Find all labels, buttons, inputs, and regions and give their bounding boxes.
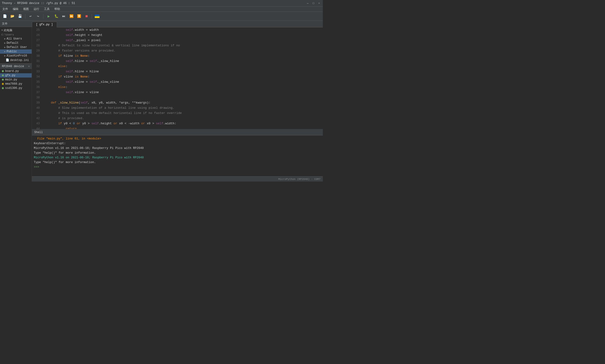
code-line-31: 31 self.hline = self._slow_hline xyxy=(32,59,323,64)
sidebar-item-default[interactable]: ▶ Default xyxy=(0,41,32,45)
menu-run[interactable]: 运行 xyxy=(32,7,41,12)
line-content-29: # faster versions are provided. xyxy=(42,48,323,53)
sidebar-item-all-users[interactable]: ▶ All Users xyxy=(0,37,32,41)
device-file-main[interactable]: main.py xyxy=(0,78,32,82)
file-dot-mma7660 xyxy=(2,83,4,85)
sidebar-computer-root[interactable]: ▼ 此电脑 xyxy=(0,28,32,33)
line-content-28: # Default to slow horizontal & vertical … xyxy=(42,43,323,48)
debug-button[interactable]: 🐛 xyxy=(53,13,60,20)
toolbar-separator-2 xyxy=(43,14,43,19)
sidebar-item-public[interactable]: ▶ Public xyxy=(0,49,32,54)
device-label: RP2040 device xyxy=(2,65,24,68)
line-content-40: # Slow implementation of a horizontal li… xyxy=(42,105,323,111)
menu-help[interactable]: 帮助 xyxy=(53,7,62,12)
step-out-button[interactable]: ⏬ xyxy=(76,13,82,20)
menu-view[interactable]: 视图 xyxy=(22,7,30,12)
line-content-32: else: xyxy=(42,64,323,69)
file-name-main: main.py xyxy=(5,78,17,81)
shell-line-6: Type "help()" for more information. xyxy=(34,160,321,165)
code-line-42: 42 # is provided. xyxy=(32,116,323,121)
line-num-44: 44 xyxy=(32,126,42,129)
expand-arrow-public: ▶ xyxy=(4,50,6,53)
line-num-42: 42 xyxy=(32,116,42,121)
line-content-34: if vline is None: xyxy=(42,74,323,79)
status-bar: MicroPython (RP2040) · COM7 xyxy=(32,176,323,182)
step-into-button[interactable]: ⏩ xyxy=(68,13,75,20)
maximize-button[interactable]: □ xyxy=(311,1,315,5)
menu-edit[interactable]: 编辑 xyxy=(11,7,20,12)
shell-content[interactable]: File "main.py", line 61, in <module> Key… xyxy=(32,135,323,176)
file-dot-gfx xyxy=(2,75,4,76)
sidebar: 文件 ▼ 此电脑 C:\Users ▶ All Users ▶ Default … xyxy=(0,21,32,182)
code-line-33: 33 self.hline = hline xyxy=(32,69,323,74)
default-user-label: Default User xyxy=(7,46,27,49)
toolbar: 📄 📂 💾 ↩ ↪ ▶ 🐛 ⏭ ⏩ ⏬ ⏹ xyxy=(0,12,323,21)
computer-label: 此电脑 xyxy=(4,28,12,32)
step-over-button[interactable]: ⏭ xyxy=(61,13,67,20)
device-file-gfx[interactable]: gfx.py xyxy=(0,73,32,78)
line-content-44: return xyxy=(42,126,323,129)
line-content-36: else: xyxy=(42,85,323,90)
file-dot-main xyxy=(2,79,4,81)
line-content-33: self.hline = hline xyxy=(42,69,323,74)
shell-label: Shell xyxy=(34,131,43,134)
line-content-38 xyxy=(42,95,323,100)
line-num-36: 36 xyxy=(32,85,42,90)
line-num-43: 43 xyxy=(32,121,42,126)
line-content-42: # is provided. xyxy=(42,116,323,121)
window-title: Thonny - RP2040 device :: /gfx.py @ 46 :… xyxy=(2,2,75,5)
toolbar-separator-3 xyxy=(92,14,92,19)
redo-button[interactable]: ↪ xyxy=(35,13,41,20)
toolbar-separator-1 xyxy=(25,14,25,19)
sidebar-item-xiaoxinpro[interactable]: ▶ XiaoXinPro16 xyxy=(0,54,32,58)
minimize-button[interactable]: — xyxy=(306,1,309,5)
line-content-31: self.hline = self._slow_hline xyxy=(42,59,323,64)
status-text: MicroPython (RP2040) · COM7 xyxy=(278,178,321,181)
device-file-board[interactable]: board.py xyxy=(0,69,32,73)
code-line-32: 32 else: xyxy=(32,64,323,69)
line-content-27: self._pixel = pixel xyxy=(42,38,323,43)
computer-path: C:\Users xyxy=(0,33,32,37)
public-label: Public xyxy=(7,50,17,53)
desktop-ini-label: desktop.ini xyxy=(10,59,29,62)
sidebar-item-desktop-ini[interactable]: 📄 desktop.ini xyxy=(0,58,32,62)
menu-bar: 文件 编辑 视图 运行 工具 帮助 xyxy=(0,7,323,12)
code-line-40: 40 # Slow implementation of a horizontal… xyxy=(32,105,323,111)
expand-arrow: ▼ xyxy=(1,29,3,32)
line-content-26: self.height = height xyxy=(42,33,323,38)
computer-section: ▼ 此电脑 C:\Users ▶ All Users ▶ Default ▶ D… xyxy=(0,27,32,63)
run-button[interactable]: ▶ xyxy=(45,13,52,20)
line-content-25: self.width = width xyxy=(42,27,323,33)
stop-button[interactable]: ⏹ xyxy=(83,13,90,20)
line-num-28: 28 xyxy=(32,43,42,48)
save-file-button[interactable]: 💾 xyxy=(16,13,23,20)
close-button[interactable]: ✕ xyxy=(317,1,321,5)
flag-blue xyxy=(95,15,100,16)
sidebar-item-default-user[interactable]: ▶ Default User xyxy=(0,45,32,49)
tab-gfx[interactable]: [ gfx.py ] xyxy=(32,22,57,27)
ukraine-flag xyxy=(95,15,100,18)
device-file-mma7660[interactable]: mma7660.py xyxy=(0,82,32,86)
shell-line-2: KeyboardInterrupt: xyxy=(34,141,321,146)
line-num-25: 25 xyxy=(32,27,42,33)
shell-line-1: File "main.py", line 61, in <module> xyxy=(34,136,321,141)
line-content-30: if hline is None: xyxy=(42,53,323,59)
undo-button[interactable]: ↩ xyxy=(27,13,34,20)
new-file-button[interactable]: 📄 xyxy=(1,13,8,20)
device-file-ssd1306[interactable]: ssd1306.py xyxy=(0,86,32,90)
line-num-33: 33 xyxy=(32,69,42,74)
line-num-38: 38 xyxy=(32,95,42,100)
line-num-35: 35 xyxy=(32,79,42,85)
code-editor[interactable]: 25 self.width = width 26 self.height = h… xyxy=(32,27,323,129)
close-device-icon[interactable]: ✕ xyxy=(28,65,30,68)
line-num-37: 37 xyxy=(32,90,42,95)
shell-line-3: MicroPython v1.16 on 2021-06-18; Raspber… xyxy=(34,146,321,151)
menu-tools[interactable]: 工具 xyxy=(42,7,51,12)
code-line-44: 44 return xyxy=(32,126,323,129)
open-file-button[interactable]: 📂 xyxy=(9,13,16,20)
shell-area: Shell File "main.py", line 61, in <modul… xyxy=(32,129,323,176)
code-line-28: 28 # Default to slow horizontal & vertic… xyxy=(32,43,323,48)
device-panel-header: RP2040 device ✕ xyxy=(0,63,32,69)
menu-file[interactable]: 文件 xyxy=(1,7,10,12)
shell-line-5: MicroPython v1.16 on 2021-06-18; Raspber… xyxy=(34,155,321,160)
